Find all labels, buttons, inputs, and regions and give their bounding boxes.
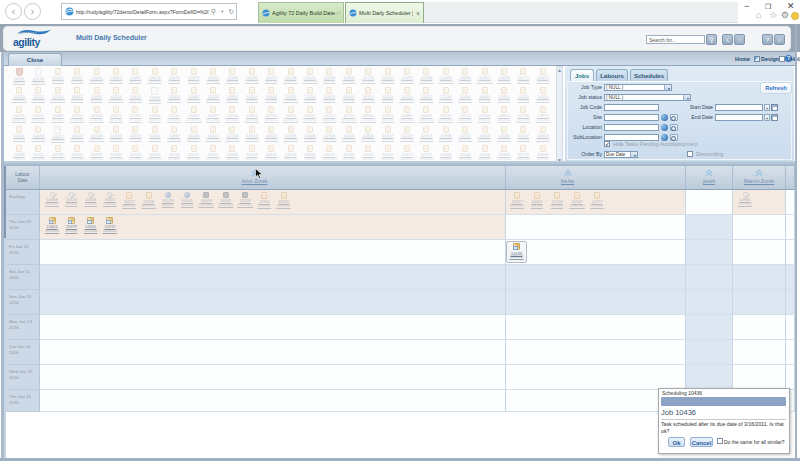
start-date-input[interactable]	[715, 104, 763, 111]
grid-cell[interactable]	[686, 240, 733, 265]
grid-cell[interactable]	[786, 240, 795, 265]
task-item[interactable]: 119019/27/2011	[255, 192, 274, 208]
task-item[interactable]: 105328/12/2011	[301, 106, 320, 122]
browser-back-button[interactable]: ‹	[5, 3, 22, 20]
task-item[interactable]: 101492/24/2011	[87, 106, 106, 122]
column-header-jacek[interactable]: jacek	[686, 166, 733, 190]
grid-cell[interactable]	[686, 265, 733, 290]
favorites-star-icon[interactable]: ☆	[769, 11, 777, 20]
task-item[interactable]: 105241/28/2011	[262, 126, 281, 142]
grid-cell[interactable]	[40, 240, 506, 265]
grid-cell[interactable]	[786, 365, 795, 390]
task-item[interactable]: 103019/8/2011	[145, 126, 164, 142]
task-item[interactable]: 102264/17/2011	[139, 192, 158, 208]
task-item[interactable]: 104718/23/2011	[184, 145, 203, 161]
task-item[interactable]: 1316611/27/2011	[107, 145, 126, 161]
grid-cell[interactable]	[506, 265, 686, 290]
grid-cell[interactable]	[733, 265, 786, 290]
grid-cell[interactable]	[506, 290, 686, 315]
task-item[interactable]: 104872/4/2011	[48, 106, 67, 122]
task-item[interactable]: 102279/18/2011	[120, 192, 139, 208]
task-item[interactable]: 106128/22/2011	[48, 126, 67, 143]
home-link[interactable]: Home	[735, 56, 750, 63]
task-item[interactable]: 103773/12/2011	[204, 106, 223, 122]
task-item[interactable]: 107003/4/2011	[320, 68, 339, 84]
task-item[interactable]: 101346/5/2011	[10, 68, 29, 85]
task-item[interactable]: 101766/7/2011	[548, 192, 567, 208]
task-item[interactable]: 135133/18/2011	[242, 126, 261, 142]
location-lookup-icon[interactable]	[670, 124, 678, 131]
grid-cell[interactable]	[786, 315, 795, 340]
task-item[interactable]: 101517/18/2011	[359, 87, 378, 103]
task-item[interactable]: 1151811/16/2011	[236, 192, 255, 207]
task-item[interactable]: 132342/3/2011	[242, 145, 261, 161]
task-item[interactable]: 134241/27/2011	[43, 217, 62, 233]
task-item[interactable]: 107976/15/2011	[398, 68, 417, 84]
grid-cell[interactable]	[686, 190, 733, 215]
task-item[interactable]: 105981/19/2011	[242, 68, 261, 84]
task-item[interactable]: 133412/21/2011	[81, 217, 100, 233]
task-item[interactable]: 1077711/5/2011	[588, 192, 607, 208]
task-item[interactable]: 107009/17/2011	[339, 126, 358, 142]
task-item[interactable]: 1137110/28/2011	[398, 145, 417, 161]
task-item[interactable]: 109772/13/2011	[87, 145, 106, 161]
task-item[interactable]: 1024111/14/2011	[216, 192, 235, 207]
task-item[interactable]: 107584/13/2011	[204, 87, 223, 103]
task-item[interactable]: 1071110/12/2011	[339, 106, 358, 122]
task-item[interactable]: 1000911/27/2011	[197, 192, 216, 207]
task-item[interactable]: 133216/23/2011	[29, 87, 48, 103]
task-item[interactable]: 101479/4/2011	[68, 68, 87, 84]
task-item[interactable]: 109989/20/2011	[436, 126, 455, 142]
task-item[interactable]: 1018612/25/2011	[436, 68, 455, 84]
person-name-link[interactable]: jacek	[686, 178, 732, 184]
task-item[interactable]: 100423/9/2011	[262, 145, 281, 161]
task-item[interactable]: 1073511/22/2011	[48, 145, 67, 161]
site-info-icon[interactable]	[661, 114, 668, 121]
task-item[interactable]: 1018910/1/2011	[281, 126, 300, 142]
task-item[interactable]: 119793/1/2011	[62, 217, 81, 233]
task-item[interactable]: 134513/4/2011	[495, 87, 514, 103]
grid-cell[interactable]	[733, 290, 786, 315]
end-date-spinner-icon[interactable]: +	[764, 114, 770, 121]
person-name-link[interactable]: ba ba	[478, 178, 657, 184]
task-item[interactable]: 108948/3/2011	[223, 87, 242, 103]
task-item[interactable]: 119607/17/2011	[274, 192, 293, 208]
ok-button[interactable]: Ok	[668, 437, 685, 447]
site-input[interactable]	[604, 114, 659, 121]
task-item[interactable]: 105687/9/2011	[436, 145, 455, 161]
task-item[interactable]: 112575/16/2011	[320, 106, 339, 122]
task-item[interactable]: 100654/3/2011	[475, 87, 494, 103]
task-item[interactable]: 118675/18/2011	[165, 126, 184, 142]
cancel-button[interactable]: Cancel	[690, 437, 713, 447]
task-item[interactable]: 1183411/19/2011	[107, 87, 126, 103]
task-item[interactable]: 131542/6/2011	[301, 87, 320, 103]
feedback-smiley-icon[interactable]	[791, 12, 799, 20]
task-item[interactable]: 107442/18/2011	[320, 126, 339, 142]
task-item[interactable]: 129457/12/2011	[736, 192, 755, 206]
grid-cell[interactable]	[733, 365, 786, 390]
task-item[interactable]: 122398/18/2011	[398, 126, 417, 142]
task-item[interactable]: 1047111/19/2011	[204, 126, 223, 142]
job-status-select[interactable]: ( NULL )	[604, 94, 691, 101]
task-item[interactable]: 107257/17/2011	[126, 145, 145, 161]
task-item[interactable]: 135355/18/2011	[495, 126, 514, 142]
scroll-up-icon[interactable]: ▲	[557, 68, 562, 73]
end-date-input[interactable]	[715, 114, 763, 121]
grid-cell[interactable]	[733, 215, 786, 240]
descending-checkbox[interactable]	[687, 151, 693, 157]
task-item[interactable]: 106515/12/2011	[29, 106, 48, 122]
task-item[interactable]: 104666/10/2011	[417, 68, 436, 84]
tab-schedules[interactable]: Schedules	[630, 69, 668, 81]
grid-cell[interactable]	[686, 365, 733, 390]
task-item[interactable]: 100578/28/2011	[417, 87, 436, 103]
task-item[interactable]: 108052/18/2011	[359, 126, 378, 142]
task-item[interactable]: 101361/24/2011	[184, 126, 203, 142]
task-item[interactable]: 101975/2/2011	[378, 126, 397, 142]
search-input[interactable]: Search for...	[646, 35, 705, 44]
start-date-calendar-icon[interactable]	[771, 104, 778, 111]
task-item[interactable]: 104052/16/2011	[456, 87, 475, 103]
task-item[interactable]: 100524/2/2011	[262, 68, 281, 84]
grid-cell[interactable]	[786, 215, 795, 240]
task-item[interactable]: 133633/20/2011	[165, 87, 184, 103]
task-item[interactable]: 107794/10/2011	[514, 145, 533, 161]
